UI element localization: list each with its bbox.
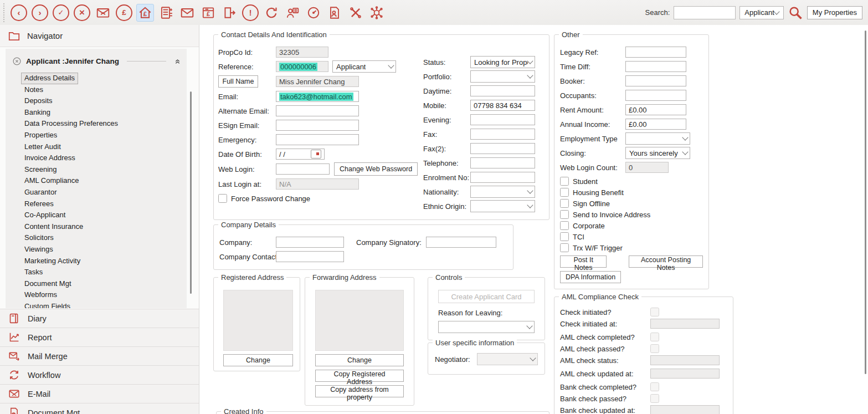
collapse-icon[interactable]: [174, 58, 181, 65]
closing-select[interactable]: Yours sincerely: [625, 147, 690, 159]
checkbox[interactable]: [560, 199, 569, 208]
legacy-ref-field[interactable]: [625, 47, 686, 58]
tools-icon[interactable]: [347, 4, 364, 22]
company-field[interactable]: [276, 237, 344, 248]
alert-icon[interactable]: !: [242, 4, 259, 22]
status-select[interactable]: Looking for Proper: [470, 56, 535, 68]
main-scrollbar[interactable]: [865, 30, 866, 374]
cancel-icon[interactable]: ×: [73, 4, 91, 22]
exit-icon[interactable]: [220, 4, 238, 22]
company-contact-field[interactable]: [276, 251, 344, 262]
account-posting-notes-button[interactable]: Account Posting Notes: [629, 255, 703, 268]
search-input[interactable]: [674, 6, 736, 19]
sidebar-nav-item[interactable]: Marketing Activity: [21, 255, 84, 267]
toolbar-grip[interactable]: [2, 3, 5, 22]
integration-icon[interactable]: [368, 4, 386, 22]
sidebar-section-report[interactable]: Report: [0, 328, 199, 346]
confirm-icon[interactable]: ✓: [52, 4, 70, 22]
portfolio-select[interactable]: [470, 70, 535, 83]
sidebar-nav-item[interactable]: Notes: [21, 84, 47, 96]
annual-income-field[interactable]: £0.00: [625, 119, 686, 130]
checkbox[interactable]: [560, 232, 569, 241]
sidebar-nav-item[interactable]: Document Mgt: [21, 278, 75, 290]
search-icon[interactable]: [788, 5, 803, 21]
sidebar-section-diary[interactable]: Diary: [0, 309, 199, 328]
contact-card-icon[interactable]: [284, 4, 301, 22]
occupants-field[interactable]: [625, 90, 686, 101]
nationality-select[interactable]: [470, 186, 535, 198]
sidebar-nav-item[interactable]: Letter Audit: [21, 141, 64, 153]
post-it-notes-button[interactable]: Post It Notes: [560, 255, 607, 268]
aml-check-passed-checkbox[interactable]: [650, 344, 659, 353]
search-category-select[interactable]: Applicant: [739, 6, 783, 19]
fax-field[interactable]: [470, 129, 535, 140]
sidebar-nav-item[interactable]: Viewings: [21, 244, 57, 255]
sidebar-nav-item[interactable]: Co-Applicant: [21, 209, 69, 221]
time-diff-field[interactable]: [625, 61, 686, 72]
registered-address-change-button[interactable]: Change: [223, 354, 293, 366]
alternate-email-field[interactable]: [276, 105, 359, 116]
sidebar-nav-item[interactable]: Banking: [21, 107, 54, 119]
sidebar-nav-item[interactable]: Properties: [21, 130, 60, 141]
sidebar-nav-item[interactable]: Webforms: [21, 289, 60, 301]
sidebar-nav-item[interactable]: Referees: [21, 198, 57, 210]
property-currency-icon[interactable]: £: [136, 4, 154, 22]
dpa-information-button[interactable]: DPA Information: [560, 271, 621, 283]
checkbox[interactable]: [560, 221, 569, 230]
applicant-report-icon[interactable]: [326, 4, 343, 22]
forwarding-address-change-button[interactable]: Change: [315, 354, 404, 366]
sidebar-scrollbar[interactable]: [190, 91, 192, 294]
company-signatory-field[interactable]: [426, 237, 496, 248]
sidebar-nav-item[interactable]: Tasks: [21, 267, 46, 278]
negotiator-select[interactable]: [477, 353, 538, 365]
sidebar-nav-item[interactable]: Address Details: [21, 73, 78, 84]
currency-icon[interactable]: £: [115, 4, 133, 22]
check-initiated-checkbox[interactable]: [650, 308, 659, 316]
sidebar-nav-item[interactable]: AML Compliance: [21, 175, 83, 187]
create-applicant-card-button[interactable]: Create Applicant Card: [438, 290, 535, 303]
accounts-window-icon[interactable]: £: [199, 4, 217, 22]
ethnic-origin-select[interactable]: [470, 200, 535, 212]
booker-field[interactable]: [625, 75, 686, 86]
remove-context-icon[interactable]: [12, 57, 22, 66]
telephone-field[interactable]: [470, 157, 535, 168]
calendar-icon[interactable]: [311, 150, 321, 159]
contact-type-select[interactable]: Applicant: [332, 60, 396, 73]
sidebar-nav-item[interactable]: Invoice Address: [21, 152, 79, 164]
mobile-field[interactable]: 07798 834 634: [470, 100, 535, 111]
checkbox[interactable]: [560, 177, 569, 186]
mail-icon[interactable]: [178, 4, 196, 22]
evening-field[interactable]: [470, 114, 535, 125]
bank-check-passed-checkbox[interactable]: [650, 394, 659, 403]
sidebar-nav-item[interactable]: Data Processing Preferences: [21, 118, 121, 130]
emergency-field[interactable]: [276, 134, 359, 145]
daytime-field[interactable]: [470, 85, 535, 96]
enrolment-field[interactable]: [470, 172, 535, 183]
copy-registered-address-button[interactable]: Copy Registered Address: [315, 370, 404, 382]
dashboard-icon[interactable]: [305, 4, 322, 22]
sidebar-nav-item[interactable]: Deposits: [21, 95, 56, 107]
checkbox[interactable]: [560, 188, 569, 197]
forward-icon[interactable]: ›: [31, 4, 49, 22]
checkbox[interactable]: [560, 243, 569, 252]
sidebar-section-email[interactable]: E-Mail: [0, 384, 199, 403]
sidebar-nav-item[interactable]: Solicitors: [21, 232, 57, 244]
back-icon[interactable]: ‹: [10, 4, 28, 22]
full-name-button[interactable]: Full Name: [218, 75, 258, 88]
sidebar-section-mail-merge[interactable]: Mail Merge: [0, 346, 199, 365]
my-properties-button[interactable]: My Properties: [807, 6, 862, 19]
change-web-password-button[interactable]: Change Web Password: [334, 162, 418, 176]
sidebar-section-document-mgt[interactable]: Document Mgt: [0, 403, 199, 414]
sidebar-nav-item[interactable]: Custom Fields: [21, 301, 74, 308]
dob-field[interactable]: / /: [276, 149, 325, 160]
web-login-field[interactable]: [276, 163, 330, 175]
email-field[interactable]: tako623@hotmail.com: [276, 91, 359, 102]
email-property-icon[interactable]: [94, 4, 112, 22]
esign-email-field[interactable]: [276, 120, 359, 131]
force-password-change-checkbox[interactable]: [218, 194, 227, 203]
sidebar-section-workflow[interactable]: Workflow: [0, 365, 199, 384]
calculator-icon[interactable]: [157, 4, 175, 22]
aml-check-completed-checkbox[interactable]: [650, 333, 659, 341]
copy-address-from-property-button[interactable]: Copy address from property: [315, 385, 404, 397]
sidebar-nav-item[interactable]: Screening: [21, 164, 60, 176]
